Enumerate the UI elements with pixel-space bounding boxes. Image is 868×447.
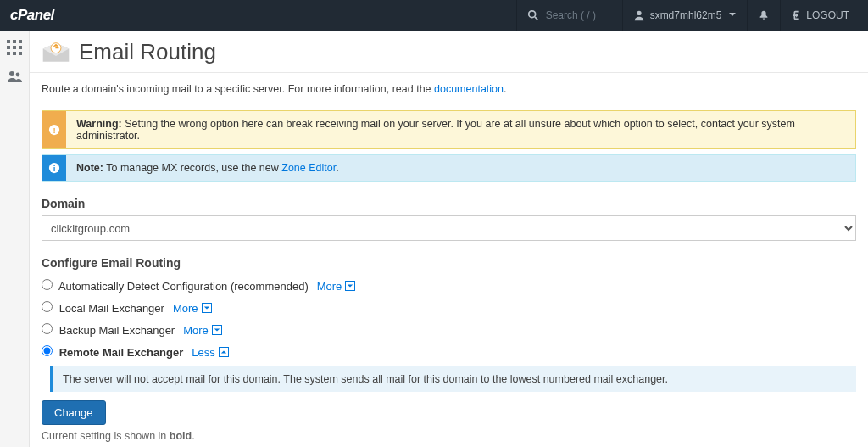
logout-icon <box>791 9 803 21</box>
warning-text: Setting the wrong option here can break … <box>76 118 795 142</box>
search-icon <box>527 9 539 21</box>
remote-description: The server will not accept mail for this… <box>50 366 856 392</box>
global-search[interactable] <box>516 0 622 31</box>
routing-option-auto-label: Automatically Detect Configuration (reco… <box>58 280 309 293</box>
routing-option-auto[interactable]: Automatically Detect Configuration (reco… <box>42 275 856 297</box>
note-text-suffix: . <box>336 162 338 174</box>
note-label: Note: <box>76 162 103 174</box>
logout-button[interactable]: LOGOUT <box>780 0 860 31</box>
routing-option-remote-label-wrap[interactable]: Remote Mail Exchanger <box>42 345 183 359</box>
hint-suffix: . <box>192 430 194 442</box>
bell-icon <box>758 9 770 21</box>
warning-alert: ! Warning: Setting the wrong option here… <box>42 110 856 149</box>
svg-rect-11 <box>19 52 22 55</box>
routing-heading: Configure Email Routing <box>42 256 856 270</box>
more-label: More <box>173 302 198 315</box>
sidebar <box>0 31 30 447</box>
users-icon[interactable] <box>6 68 23 85</box>
routing-option-backup[interactable]: Backup Mail Exchanger More <box>42 319 856 341</box>
svg-text:!: ! <box>53 126 55 135</box>
svg-point-2 <box>637 11 641 15</box>
svg-rect-10 <box>13 52 16 55</box>
more-toggle-backup[interactable]: More <box>183 324 222 337</box>
page-header: Email Routing <box>30 31 868 73</box>
more-toggle-local[interactable]: More <box>173 302 212 315</box>
chevron-down-icon <box>202 303 212 313</box>
hint-bold: bold <box>170 430 192 442</box>
page-title: Email Routing <box>79 39 216 65</box>
chevron-down-icon <box>212 325 222 335</box>
note-text-prefix: To manage MX records, use the new <box>103 162 281 174</box>
routing-option-local[interactable]: Local Mail Exchanger More <box>42 297 856 319</box>
routing-radio-local[interactable] <box>42 301 53 312</box>
less-label: Less <box>192 346 214 359</box>
routing-option-local-label: Local Mail Exchanger <box>59 302 164 315</box>
email-routing-icon <box>42 42 70 64</box>
svg-rect-4 <box>13 40 16 43</box>
username: sxmd7mhl62m5 <box>650 9 722 21</box>
svg-point-12 <box>9 71 14 76</box>
info-alert: i Note: To manage MX records, use the ne… <box>42 154 856 182</box>
more-toggle-auto[interactable]: More <box>317 280 356 293</box>
change-button[interactable]: Change <box>42 400 106 425</box>
apps-grid-icon[interactable] <box>6 39 23 56</box>
routing-radio-backup[interactable] <box>42 323 53 334</box>
topbar: cPanel sxmd7mhl62m5 LOGOUT <box>0 0 868 31</box>
search-input[interactable] <box>544 8 612 22</box>
main: Email Routing Route a domain's incoming … <box>30 31 868 447</box>
intro-text: Route a domain's incoming mail to a spec… <box>42 83 856 95</box>
svg-point-13 <box>16 73 20 77</box>
user-icon <box>633 9 645 21</box>
svg-rect-5 <box>19 40 22 43</box>
intro-suffix: . <box>504 83 506 95</box>
svg-rect-9 <box>7 52 10 55</box>
domain-select[interactable]: clickitgroup.com <box>42 215 856 241</box>
svg-rect-3 <box>7 40 10 43</box>
routing-option-backup-label-wrap[interactable]: Backup Mail Exchanger <box>42 323 175 337</box>
svg-point-0 <box>528 11 535 18</box>
routing-radio-auto[interactable] <box>42 279 53 290</box>
warning-label: Warning: <box>76 118 122 130</box>
logout-label: LOGOUT <box>806 9 849 21</box>
routing-option-remote[interactable]: Remote Mail Exchanger Less <box>42 341 856 363</box>
zone-editor-link[interactable]: Zone Editor <box>281 162 336 174</box>
routing-option-backup-label: Backup Mail Exchanger <box>59 324 175 337</box>
less-toggle-remote[interactable]: Less <box>192 346 228 359</box>
info-icon: i <box>42 155 66 181</box>
current-setting-hint: Current setting is shown in bold. <box>42 430 856 442</box>
warning-icon: ! <box>42 111 66 148</box>
routing-radio-remote[interactable] <box>42 345 53 356</box>
more-label: More <box>317 280 342 293</box>
hint-prefix: Current setting is shown in <box>42 430 170 442</box>
documentation-link[interactable]: documentation <box>434 83 504 95</box>
routing-option-auto-label-wrap[interactable]: Automatically Detect Configuration (reco… <box>42 279 309 293</box>
routing-option-local-label-wrap[interactable]: Local Mail Exchanger <box>42 301 164 315</box>
caret-down-icon <box>728 9 737 21</box>
svg-rect-7 <box>13 46 16 49</box>
svg-line-1 <box>535 17 537 20</box>
cpanel-logo[interactable]: cPanel <box>10 7 54 24</box>
intro-prefix: Route a domain's incoming mail to a spec… <box>42 83 434 95</box>
chevron-down-icon <box>345 281 355 291</box>
svg-rect-8 <box>19 46 22 49</box>
domain-label: Domain <box>42 197 856 210</box>
user-menu[interactable]: sxmd7mhl62m5 <box>622 0 748 31</box>
routing-option-remote-label: Remote Mail Exchanger <box>59 346 184 359</box>
svg-text:i: i <box>53 164 56 173</box>
more-label: More <box>183 324 209 337</box>
notifications-button[interactable] <box>747 0 780 31</box>
svg-rect-6 <box>7 46 10 49</box>
chevron-up-icon <box>219 347 229 357</box>
